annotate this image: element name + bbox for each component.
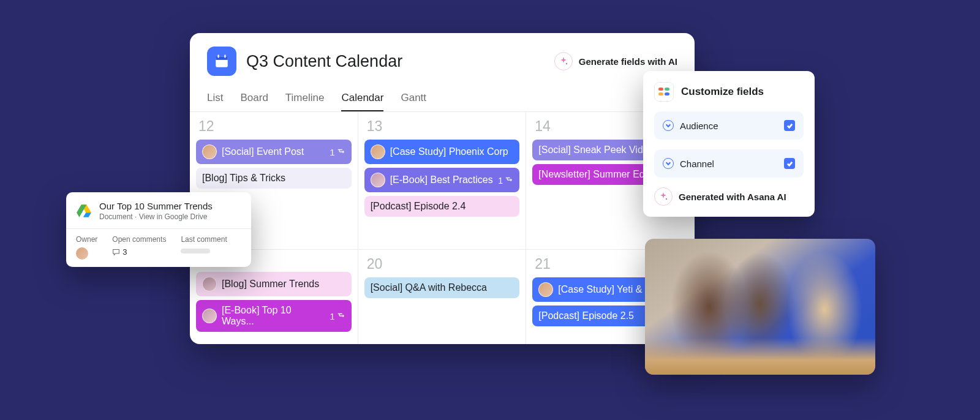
- subtask-count: 1: [330, 147, 345, 157]
- title-area: Q3 Content Calendar: [207, 47, 402, 76]
- calendar-icon: [207, 47, 236, 76]
- task-label: [Case Study] Phoenix Corp: [390, 146, 508, 157]
- generate-ai-label: Generate fields with AI: [579, 56, 677, 67]
- svg-rect-7: [658, 92, 663, 96]
- svg-rect-3: [224, 54, 225, 58]
- customize-title: Customize fields: [681, 86, 764, 98]
- last-comment-label: Last comment: [181, 235, 227, 244]
- divider: [66, 228, 251, 229]
- date-label: 20: [367, 256, 520, 272]
- svg-rect-1: [216, 56, 228, 59]
- comments-count: 3: [123, 247, 127, 257]
- avatar: [371, 173, 385, 187]
- generated-label: Generated with Asana AI: [679, 192, 786, 202]
- sparkle-icon: [654, 187, 673, 206]
- task-label: [E-Book] Top 10 Ways...: [222, 305, 325, 327]
- task-label: [Social] Event Post: [222, 146, 304, 157]
- task-label: [Social] Sneak Peek Video: [538, 144, 654, 156]
- tab-board[interactable]: Board: [240, 86, 268, 111]
- google-drive-icon: [76, 203, 92, 219]
- generated-with-ai: Generated with Asana AI: [654, 187, 804, 206]
- view-tabs: List Board Timeline Calendar Gantt: [190, 81, 695, 112]
- task[interactable]: [Blog] Summer Trends: [196, 272, 352, 296]
- svg-rect-5: [658, 88, 663, 91]
- tab-gantt[interactable]: Gantt: [401, 86, 426, 111]
- task-label: [Blog] Summer Trends: [222, 279, 319, 290]
- field-option-audience[interactable]: Audience: [654, 111, 804, 140]
- task[interactable]: [Blog] Tips & Tricks: [196, 168, 352, 189]
- generate-ai-button[interactable]: Generate fields with AI: [554, 52, 677, 70]
- avatar: [202, 144, 217, 159]
- owner-label: Owner: [76, 235, 97, 244]
- checkbox-checked[interactable]: [784, 120, 795, 131]
- calendar-cell: 13 [Case Study] Phoenix Corp [E-Book] Be…: [358, 112, 527, 250]
- field-label: Audience: [680, 121, 718, 131]
- tab-list[interactable]: List: [207, 86, 223, 111]
- comments-label: Open comments: [112, 235, 166, 244]
- subtask-count: 1: [330, 311, 345, 321]
- team-photo: [645, 239, 875, 375]
- main-calendar-window: Q3 Content Calendar Generate fields with…: [190, 33, 695, 344]
- subtask-count: 1: [498, 175, 513, 186]
- calendar-grid: 12 [Social] Event Post 1 [Blog] Tips & T…: [190, 112, 695, 344]
- svg-rect-6: [665, 88, 669, 91]
- task[interactable]: [E-Book] Top 10 Ways... 1: [196, 300, 352, 332]
- svg-rect-2: [218, 54, 219, 58]
- date-label: 12: [198, 118, 352, 135]
- owner-avatar: [76, 247, 88, 260]
- sparkle-icon: [554, 52, 573, 70]
- customize-fields-panel: Customize fields Audience Channel Genera…: [643, 71, 815, 217]
- avatar: [202, 309, 217, 323]
- last-comment-placeholder: [181, 249, 210, 253]
- gdoc-subtitle: Document · View in Google Drive: [99, 212, 213, 221]
- chevron-down-icon: [663, 158, 674, 169]
- comment-icon: [112, 248, 120, 256]
- task[interactable]: [Podcast] Episode 2.4: [364, 196, 520, 217]
- gdoc-title: Our Top 10 Summer Trends: [99, 201, 213, 211]
- task[interactable]: [E-Book] Best Practices 1: [364, 168, 520, 192]
- calendar-cell: 20 [Social] Q&A with Rebecca: [358, 250, 527, 344]
- field-label: Channel: [680, 159, 714, 169]
- task[interactable]: [Social] Event Post 1: [196, 140, 352, 164]
- tab-timeline[interactable]: Timeline: [285, 86, 325, 111]
- svg-point-9: [666, 198, 667, 200]
- task[interactable]: [Social] Q&A with Rebecca: [364, 277, 520, 298]
- chevron-down-icon: [663, 120, 674, 131]
- field-option-channel[interactable]: Channel: [654, 149, 804, 178]
- fields-icon: [654, 82, 674, 102]
- task-label: [Podcast] Episode 2.4: [371, 201, 466, 212]
- task-label: [Social] Q&A with Rebecca: [371, 282, 487, 293]
- date-label: 13: [367, 118, 520, 135]
- checkbox-checked[interactable]: [784, 158, 795, 169]
- task-label: [Blog] Tips & Tricks: [202, 173, 285, 184]
- avatar: [202, 277, 217, 291]
- svg-rect-8: [665, 92, 669, 96]
- svg-point-4: [566, 63, 567, 64]
- header: Q3 Content Calendar Generate fields with…: [190, 33, 695, 81]
- task[interactable]: [Case Study] Phoenix Corp: [364, 140, 520, 164]
- task-label: [Podcast] Episode 2.5: [538, 310, 634, 321]
- tab-calendar[interactable]: Calendar: [341, 86, 383, 111]
- gdrive-attachment-card[interactable]: Our Top 10 Summer Trends Document · View…: [66, 192, 251, 267]
- page-title: Q3 Content Calendar: [246, 52, 402, 71]
- avatar: [538, 282, 553, 297]
- avatar: [371, 144, 385, 159]
- task-label: [E-Book] Best Practices: [390, 174, 493, 186]
